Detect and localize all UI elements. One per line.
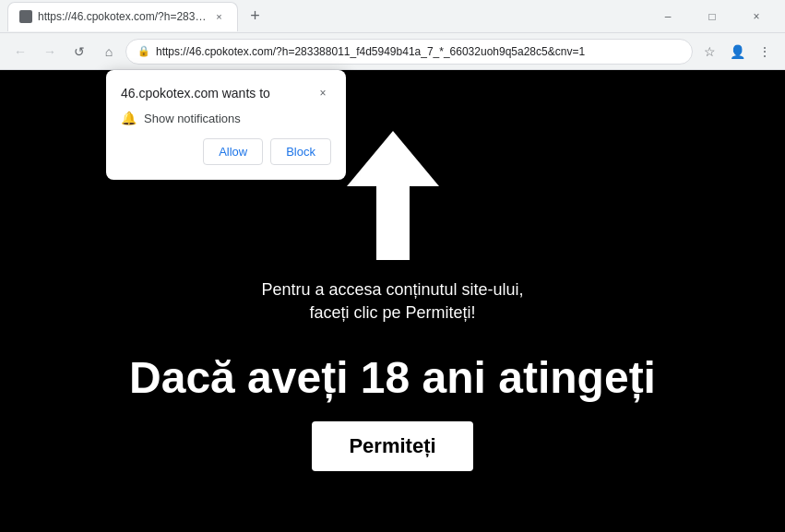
- bell-icon: 🔔: [121, 111, 137, 125]
- block-button[interactable]: Block: [270, 138, 331, 165]
- home-button[interactable]: ⌂: [96, 39, 122, 65]
- allow-button[interactable]: Allow: [203, 138, 263, 165]
- window-controls: – □ ×: [647, 0, 778, 33]
- bookmark-button[interactable]: ☆: [696, 39, 722, 65]
- back-button[interactable]: ←: [7, 39, 33, 65]
- popup-notification-row: 🔔 Show notifications: [121, 111, 331, 125]
- instruction-text: Pentru a accesa conținutul site-ului, fa…: [255, 278, 531, 325]
- main-heading: Dacă aveți 18 ani atingeți: [129, 352, 656, 403]
- minimize-button[interactable]: –: [647, 0, 689, 33]
- url-text: https://46.cpokotex.com/?h=283388011_f4d…: [156, 45, 681, 58]
- popup-notification-label: Show notifications: [144, 112, 241, 125]
- menu-button[interactable]: ⋮: [752, 39, 778, 65]
- arrow-icon: [347, 131, 439, 260]
- popup-header: 46.cpokotex.com wants to ×: [121, 85, 331, 101]
- tab-bar: https://46.cpokotex.com/?h=283… × +: [7, 0, 268, 33]
- tab-close-button[interactable]: ×: [211, 9, 226, 24]
- toolbar-icons: ☆ 👤 ⋮: [696, 39, 778, 65]
- tab-title: https://46.cpokotex.com/?h=283…: [38, 10, 206, 23]
- close-button[interactable]: ×: [735, 0, 778, 33]
- address-bar-row: ← → ↺ ⌂ 🔒 https://46.cpokotex.com/?h=283…: [0, 33, 785, 70]
- forward-button[interactable]: →: [37, 39, 63, 65]
- page-content: 46.cpokotex.com wants to × 🔔 Show notifi…: [0, 70, 785, 532]
- notification-popup: 46.cpokotex.com wants to × 🔔 Show notifi…: [106, 70, 346, 180]
- lock-icon: 🔒: [137, 45, 150, 57]
- active-tab[interactable]: https://46.cpokotex.com/?h=283… ×: [7, 2, 238, 31]
- svg-marker-0: [347, 131, 439, 260]
- tab-favicon: [19, 10, 32, 23]
- profile-button[interactable]: 👤: [724, 39, 750, 65]
- popup-title: 46.cpokotex.com wants to: [121, 86, 270, 100]
- new-tab-button[interactable]: +: [242, 4, 268, 30]
- permit-button[interactable]: Permiteți: [312, 421, 472, 471]
- maximize-button[interactable]: □: [691, 0, 733, 33]
- popup-close-button[interactable]: ×: [315, 85, 331, 101]
- reload-button[interactable]: ↺: [66, 39, 92, 65]
- popup-actions: Allow Block: [121, 138, 331, 165]
- address-bar[interactable]: 🔒 https://46.cpokotex.com/?h=283388011_f…: [125, 39, 693, 65]
- browser-titlebar: https://46.cpokotex.com/?h=283… × + – □ …: [0, 0, 785, 33]
